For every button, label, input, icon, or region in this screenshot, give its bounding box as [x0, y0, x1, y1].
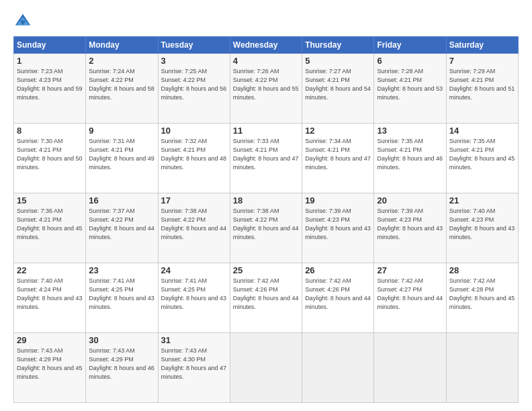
day-number: 8	[17, 126, 83, 136]
calendar-cell: 12 Sunrise: 7:34 AMSunset: 4:21 PMDaylig…	[302, 124, 374, 193]
calendar-cell: 23 Sunrise: 7:41 AMSunset: 4:25 PMDaylig…	[86, 263, 158, 333]
day-number: 16	[89, 195, 154, 205]
calendar-cell: 26 Sunrise: 7:42 AMSunset: 4:26 PMDaylig…	[302, 263, 374, 333]
calendar-cell: 15 Sunrise: 7:36 AMSunset: 4:21 PMDaylig…	[14, 193, 86, 263]
calendar-cell	[374, 333, 446, 403]
weekday-header-friday: Friday	[374, 37, 446, 54]
calendar-cell: 13 Sunrise: 7:35 AMSunset: 4:21 PMDaylig…	[374, 124, 446, 193]
calendar-cell: 7 Sunrise: 7:29 AMSunset: 4:21 PMDayligh…	[446, 54, 518, 124]
day-info: Sunrise: 7:30 AMSunset: 4:21 PMDaylight:…	[17, 138, 83, 171]
day-info: Sunrise: 7:42 AMSunset: 4:26 PMDaylight:…	[305, 277, 371, 310]
calendar-cell: 1 Sunrise: 7:23 AMSunset: 4:23 PMDayligh…	[14, 54, 86, 124]
day-info: Sunrise: 7:27 AMSunset: 4:21 PMDaylight:…	[305, 68, 371, 101]
calendar-cell: 11 Sunrise: 7:33 AMSunset: 4:21 PMDaylig…	[230, 124, 302, 193]
calendar-cell: 17 Sunrise: 7:38 AMSunset: 4:22 PMDaylig…	[158, 193, 230, 263]
calendar-cell: 10 Sunrise: 7:32 AMSunset: 4:21 PMDaylig…	[158, 124, 230, 193]
day-info: Sunrise: 7:31 AMSunset: 4:21 PMDaylight:…	[89, 138, 154, 171]
day-number: 4	[233, 56, 299, 66]
weekday-header-row: SundayMondayTuesdayWednesdayThursdayFrid…	[14, 37, 519, 54]
day-number: 24	[161, 265, 227, 275]
day-info: Sunrise: 7:34 AMSunset: 4:21 PMDaylight:…	[305, 138, 371, 171]
day-info: Sunrise: 7:35 AMSunset: 4:21 PMDaylight:…	[449, 138, 515, 171]
day-number: 20	[377, 195, 443, 205]
weekday-header-wednesday: Wednesday	[230, 37, 302, 54]
day-number: 28	[449, 265, 515, 275]
calendar-cell: 8 Sunrise: 7:30 AMSunset: 4:21 PMDayligh…	[14, 124, 86, 193]
calendar-cell: 19 Sunrise: 7:39 AMSunset: 4:23 PMDaylig…	[302, 193, 374, 263]
day-info: Sunrise: 7:24 AMSunset: 4:22 PMDaylight:…	[89, 68, 154, 101]
day-number: 11	[233, 126, 299, 136]
day-number: 14	[449, 126, 515, 136]
calendar-cell: 14 Sunrise: 7:35 AMSunset: 4:21 PMDaylig…	[446, 124, 518, 193]
logo	[13, 12, 35, 31]
logo-icon	[13, 12, 32, 31]
day-info: Sunrise: 7:40 AMSunset: 4:24 PMDaylight:…	[17, 277, 83, 310]
weekday-header-tuesday: Tuesday	[158, 37, 230, 54]
weekday-header-sunday: Sunday	[14, 37, 86, 54]
day-number: 19	[305, 195, 371, 205]
day-number: 25	[233, 265, 299, 275]
day-number: 7	[449, 56, 515, 66]
calendar-cell: 24 Sunrise: 7:41 AMSunset: 4:25 PMDaylig…	[158, 263, 230, 333]
day-number: 12	[305, 126, 371, 136]
day-info: Sunrise: 7:39 AMSunset: 4:23 PMDaylight:…	[305, 208, 371, 240]
day-number: 2	[89, 56, 154, 66]
day-number: 23	[89, 265, 154, 275]
calendar-cell	[302, 333, 374, 403]
calendar-cell: 28 Sunrise: 7:42 AMSunset: 4:28 PMDaylig…	[446, 263, 518, 333]
calendar-cell: 6 Sunrise: 7:28 AMSunset: 4:21 PMDayligh…	[374, 54, 446, 124]
page: SundayMondayTuesdayWednesdayThursdayFrid…	[0, 0, 532, 411]
calendar-cell: 22 Sunrise: 7:40 AMSunset: 4:24 PMDaylig…	[14, 263, 86, 333]
day-info: Sunrise: 7:26 AMSunset: 4:22 PMDaylight:…	[233, 68, 299, 101]
day-info: Sunrise: 7:32 AMSunset: 4:21 PMDaylight:…	[161, 138, 227, 171]
day-info: Sunrise: 7:42 AMSunset: 4:26 PMDaylight:…	[233, 277, 299, 310]
day-number: 21	[449, 195, 515, 205]
day-info: Sunrise: 7:43 AMSunset: 4:29 PMDaylight:…	[17, 347, 83, 380]
day-info: Sunrise: 7:41 AMSunset: 4:25 PMDaylight:…	[89, 277, 154, 310]
day-info: Sunrise: 7:41 AMSunset: 4:25 PMDaylight:…	[161, 277, 227, 310]
day-number: 29	[17, 335, 83, 345]
day-info: Sunrise: 7:36 AMSunset: 4:21 PMDaylight:…	[17, 208, 83, 240]
calendar-cell	[230, 333, 302, 403]
calendar-cell: 3 Sunrise: 7:25 AMSunset: 4:22 PMDayligh…	[158, 54, 230, 124]
calendar-week-1: 1 Sunrise: 7:23 AMSunset: 4:23 PMDayligh…	[14, 54, 519, 124]
calendar-cell: 21 Sunrise: 7:40 AMSunset: 4:23 PMDaylig…	[446, 193, 518, 263]
day-number: 15	[17, 195, 83, 205]
day-info: Sunrise: 7:39 AMSunset: 4:23 PMDaylight:…	[377, 208, 443, 240]
calendar-week-4: 22 Sunrise: 7:40 AMSunset: 4:24 PMDaylig…	[14, 263, 519, 333]
calendar-cell: 18 Sunrise: 7:38 AMSunset: 4:22 PMDaylig…	[230, 193, 302, 263]
calendar-cell: 31 Sunrise: 7:43 AMSunset: 4:30 PMDaylig…	[158, 333, 230, 403]
header	[13, 12, 519, 31]
day-number: 6	[377, 56, 443, 66]
day-number: 9	[89, 126, 154, 136]
day-info: Sunrise: 7:37 AMSunset: 4:22 PMDaylight:…	[89, 208, 154, 240]
day-number: 18	[233, 195, 299, 205]
day-number: 30	[89, 335, 154, 345]
day-number: 3	[161, 56, 227, 66]
calendar-cell: 2 Sunrise: 7:24 AMSunset: 4:22 PMDayligh…	[86, 54, 158, 124]
day-info: Sunrise: 7:38 AMSunset: 4:22 PMDaylight:…	[161, 208, 227, 240]
calendar-week-5: 29 Sunrise: 7:43 AMSunset: 4:29 PMDaylig…	[14, 333, 519, 403]
calendar-cell: 29 Sunrise: 7:43 AMSunset: 4:29 PMDaylig…	[14, 333, 86, 403]
calendar-cell: 4 Sunrise: 7:26 AMSunset: 4:22 PMDayligh…	[230, 54, 302, 124]
day-info: Sunrise: 7:40 AMSunset: 4:23 PMDaylight:…	[449, 208, 515, 240]
calendar-cell: 5 Sunrise: 7:27 AMSunset: 4:21 PMDayligh…	[302, 54, 374, 124]
calendar-cell: 27 Sunrise: 7:42 AMSunset: 4:27 PMDaylig…	[374, 263, 446, 333]
day-number: 26	[305, 265, 371, 275]
day-number: 27	[377, 265, 443, 275]
calendar-cell: 16 Sunrise: 7:37 AMSunset: 4:22 PMDaylig…	[86, 193, 158, 263]
calendar-table: SundayMondayTuesdayWednesdayThursdayFrid…	[13, 36, 519, 403]
day-info: Sunrise: 7:42 AMSunset: 4:28 PMDaylight:…	[449, 277, 515, 310]
day-info: Sunrise: 7:43 AMSunset: 4:30 PMDaylight:…	[161, 347, 227, 380]
calendar-cell: 20 Sunrise: 7:39 AMSunset: 4:23 PMDaylig…	[374, 193, 446, 263]
day-info: Sunrise: 7:38 AMSunset: 4:22 PMDaylight:…	[233, 208, 299, 240]
day-number: 17	[161, 195, 227, 205]
day-number: 31	[161, 335, 227, 345]
calendar-week-3: 15 Sunrise: 7:36 AMSunset: 4:21 PMDaylig…	[14, 193, 519, 263]
day-number: 10	[161, 126, 227, 136]
calendar-cell: 9 Sunrise: 7:31 AMSunset: 4:21 PMDayligh…	[86, 124, 158, 193]
day-number: 22	[17, 265, 83, 275]
calendar-cell	[446, 333, 518, 403]
day-info: Sunrise: 7:42 AMSunset: 4:27 PMDaylight:…	[377, 277, 443, 310]
weekday-header-thursday: Thursday	[302, 37, 374, 54]
